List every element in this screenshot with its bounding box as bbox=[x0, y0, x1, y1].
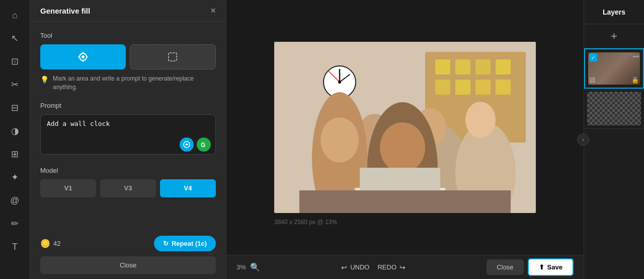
zoom-icon[interactable]: 🔍 bbox=[250, 262, 260, 272]
panel-title: Generative fill bbox=[40, 7, 90, 15]
svg-rect-13 bbox=[475, 59, 491, 75]
ai-icon-2[interactable]: G bbox=[197, 137, 211, 152]
svg-point-1 bbox=[82, 55, 85, 58]
svg-point-31 bbox=[320, 117, 359, 163]
canvas-main: 3840 x 2560 px @ 13% bbox=[226, 0, 584, 255]
panel-close-button[interactable]: × bbox=[210, 6, 216, 15]
canvas-image-container: 3840 x 2560 px @ 13% bbox=[274, 42, 536, 213]
canvas-wrapper: 3840 x 2560 px @ 13% 3% 🔍 ↩ UNDO REDO ↪ … bbox=[226, 0, 584, 279]
layer-item-1[interactable]: ✓ ••• 🔒 🖼 bbox=[584, 48, 644, 89]
svg-rect-36 bbox=[299, 190, 511, 213]
scissors-icon[interactable]: ✂ bbox=[5, 75, 25, 95]
model-v3-button[interactable]: V3 bbox=[100, 179, 156, 197]
prompt-section-label: Prompt bbox=[40, 102, 216, 109]
generative-fill-panel: Generative fill × Tool bbox=[30, 0, 226, 279]
layers-header: Layers bbox=[584, 0, 644, 24]
close-panel-button[interactable]: Close bbox=[40, 256, 216, 274]
prompt-section: Prompt Add a wall clock G bbox=[40, 102, 216, 157]
panel-action-row: 🪙 42 ↻ Repeat (1c) bbox=[40, 236, 216, 251]
tool-section: Tool bbox=[40, 32, 216, 92]
redo-label: REDO bbox=[377, 263, 396, 271]
model-buttons: V1 V3 V4 bbox=[40, 179, 216, 197]
left-toolbar: ⌂ ↖ ⊡ ✂ ⊟ ◑ ⊞ ✦ @ ✏ T bbox=[0, 0, 30, 279]
svg-rect-6 bbox=[169, 53, 177, 61]
tool-buttons bbox=[40, 44, 216, 69]
canvas-image bbox=[274, 42, 536, 213]
pen-icon[interactable]: ✏ bbox=[5, 214, 25, 234]
undo-icon: ↩ bbox=[341, 263, 347, 271]
save-button[interactable]: ⬆ Save bbox=[528, 258, 574, 276]
repeat-label: Repeat (1c) bbox=[172, 240, 207, 247]
sliders-icon[interactable]: ⊟ bbox=[5, 98, 25, 118]
layer-more-icon-1[interactable]: ••• bbox=[632, 53, 639, 60]
zoom-label: 3% bbox=[236, 263, 246, 271]
model-v4-button[interactable]: V4 bbox=[160, 179, 216, 197]
layers-title: Layers bbox=[603, 8, 625, 16]
collapse-arrow-button[interactable]: › bbox=[577, 133, 589, 146]
tool-section-label: Tool bbox=[40, 32, 216, 39]
panel-header: Generative fill × bbox=[30, 0, 226, 22]
redo-icon: ↪ bbox=[399, 263, 406, 271]
layer-item-2[interactable] bbox=[584, 89, 644, 129]
tool-hint: 💡 Mark an area and write a prompt to gen… bbox=[40, 75, 216, 92]
layer-lock-icon-1: 🔒 bbox=[631, 77, 639, 84]
coins-icon: 🪙 bbox=[40, 239, 50, 248]
svg-text:G: G bbox=[201, 142, 205, 149]
home-icon[interactable]: ⌂ bbox=[5, 5, 25, 25]
svg-point-33 bbox=[380, 122, 425, 173]
model-v1-button[interactable]: V1 bbox=[40, 179, 96, 197]
panel-footer-area: 🪙 42 ↻ Repeat (1c) Close bbox=[30, 236, 226, 279]
svg-rect-15 bbox=[435, 80, 450, 95]
ai-icon-1[interactable] bbox=[180, 137, 194, 152]
credits-badge: 🪙 42 bbox=[40, 239, 60, 248]
layer-thumbnail-2 bbox=[587, 92, 641, 125]
prompt-icons: G bbox=[180, 137, 211, 152]
svg-rect-14 bbox=[496, 59, 511, 75]
crop-icon[interactable]: ⊡ bbox=[5, 51, 25, 72]
sparkle-icon[interactable]: ✦ bbox=[5, 167, 25, 187]
save-icon: ⬆ bbox=[539, 263, 544, 271]
bottom-left-controls: 3% 🔍 bbox=[236, 262, 260, 272]
model-section-label: Model bbox=[40, 167, 216, 174]
svg-rect-11 bbox=[435, 59, 450, 75]
grid-icon[interactable]: ⊞ bbox=[5, 144, 25, 164]
bottom-right-controls: Close ⬆ Save bbox=[487, 258, 574, 276]
svg-point-29 bbox=[465, 102, 496, 138]
text-icon[interactable]: T bbox=[5, 237, 25, 257]
brush-tool-button[interactable] bbox=[40, 44, 126, 69]
canvas-bottom-bar: 3% 🔍 ↩ UNDO REDO ↪ Close ⬆ Save bbox=[226, 255, 584, 279]
save-label: Save bbox=[547, 263, 562, 271]
layer-checkered-bg-2 bbox=[587, 92, 641, 125]
credits-count: 42 bbox=[53, 240, 60, 247]
undo-label: UNDO bbox=[350, 263, 369, 271]
spiral-icon[interactable]: @ bbox=[5, 190, 25, 211]
image-info: 3840 x 2560 px @ 13% bbox=[274, 219, 337, 226]
tool-hint-text: Mark an area and write a prompt to gener… bbox=[53, 75, 216, 92]
repeat-button[interactable]: ↻ Repeat (1c) bbox=[154, 236, 216, 251]
model-section: Model V1 V3 V4 bbox=[40, 167, 216, 197]
add-layer-button[interactable]: + bbox=[584, 24, 644, 48]
cursor-icon[interactable]: ↖ bbox=[5, 28, 25, 48]
svg-rect-17 bbox=[475, 80, 491, 95]
svg-rect-35 bbox=[360, 168, 440, 190]
redo-button[interactable]: REDO ↪ bbox=[377, 263, 406, 271]
prompt-wrapper: Add a wall clock G bbox=[40, 114, 216, 157]
svg-rect-12 bbox=[455, 59, 470, 75]
svg-rect-18 bbox=[496, 80, 511, 95]
undo-button[interactable]: ↩ UNDO bbox=[341, 263, 369, 271]
svg-point-23 bbox=[338, 81, 341, 84]
layer-check-1: ✓ bbox=[589, 53, 597, 61]
hint-icon: 💡 bbox=[40, 75, 49, 85]
marquee-tool-button[interactable] bbox=[130, 44, 216, 69]
svg-rect-16 bbox=[455, 80, 470, 95]
layers-panel: › Layers + ✓ ••• 🔒 🖼 bbox=[584, 0, 644, 279]
bottom-center-controls: ↩ UNDO REDO ↪ bbox=[341, 263, 406, 271]
circle-half-icon[interactable]: ◑ bbox=[5, 121, 25, 141]
canvas-close-button[interactable]: Close bbox=[487, 259, 523, 275]
panel-body: Tool bbox=[30, 22, 226, 236]
repeat-icon: ↻ bbox=[163, 240, 169, 247]
layer-img-icon-1: 🖼 bbox=[589, 77, 595, 84]
